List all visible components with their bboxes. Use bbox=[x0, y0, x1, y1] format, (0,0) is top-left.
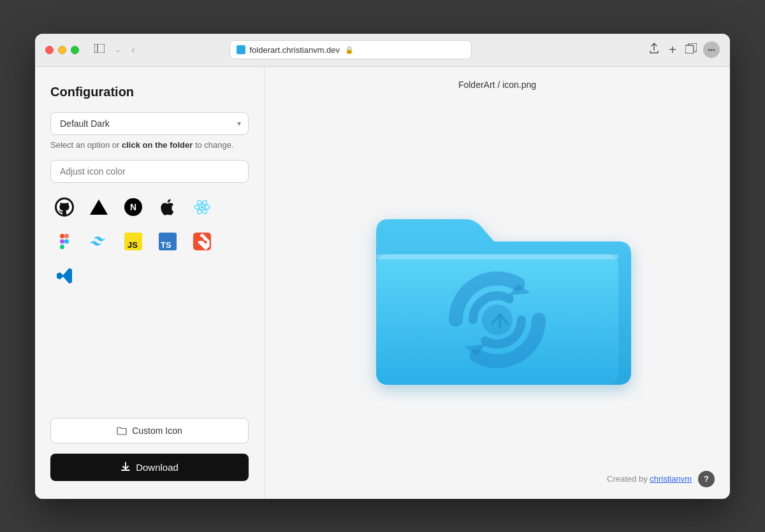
hint-text: Select an option or click on the folder … bbox=[50, 140, 249, 150]
svg-rect-13 bbox=[60, 245, 64, 249]
svg-point-15 bbox=[64, 239, 69, 243]
theme-select-wrapper: Default Dark Default Light Blue bbox=[50, 112, 249, 135]
svg-rect-2 bbox=[685, 45, 694, 54]
svg-rect-22 bbox=[376, 254, 618, 259]
react-icon-button[interactable] bbox=[188, 193, 216, 221]
folder-svg bbox=[351, 155, 644, 410]
new-tab-button[interactable]: + bbox=[669, 43, 676, 57]
git-icon-button[interactable] bbox=[188, 227, 216, 255]
lock-icon: 🔒 bbox=[345, 46, 354, 54]
main-content: Configuration Default Dark Default Light… bbox=[35, 67, 730, 499]
breadcrumb-file: icon.png bbox=[502, 80, 536, 90]
help-button[interactable]: ? bbox=[698, 471, 715, 487]
back-button[interactable]: ‹ bbox=[129, 42, 138, 58]
javascript-icon-button[interactable]: JS bbox=[119, 227, 147, 255]
svg-rect-12 bbox=[60, 239, 64, 243]
svg-marker-4 bbox=[90, 199, 108, 215]
titlebar-right-controls: + ••• bbox=[648, 41, 720, 58]
share-button[interactable] bbox=[648, 43, 660, 57]
svg-text:JS: JS bbox=[127, 240, 138, 250]
more-options-button[interactable]: ••• bbox=[703, 41, 720, 58]
svg-point-7 bbox=[201, 205, 204, 208]
folder-preview[interactable] bbox=[344, 149, 650, 417]
figma-icon-button[interactable] bbox=[50, 227, 78, 255]
color-input[interactable] bbox=[50, 160, 249, 183]
created-by-text: Created by christianvm bbox=[607, 474, 692, 484]
vercel-icon-button[interactable] bbox=[85, 193, 113, 221]
custom-icon-label: Custom Icon bbox=[132, 426, 182, 436]
theme-select[interactable]: Default Dark Default Light Blue bbox=[50, 112, 249, 135]
svg-rect-14 bbox=[64, 234, 69, 238]
left-panel: Configuration Default Dark Default Light… bbox=[35, 67, 265, 499]
config-title: Configuration bbox=[50, 85, 249, 99]
github-icon-button[interactable] bbox=[50, 193, 78, 221]
typescript-icon-button[interactable]: TS bbox=[154, 227, 182, 255]
breadcrumb: FolderArt / icon.png bbox=[458, 80, 536, 90]
nextjs-icon-button[interactable]: N bbox=[119, 193, 147, 221]
nav-controls: ⌄ ‹ bbox=[92, 42, 138, 58]
titlebar: ⌄ ‹ folderart.christianvm.dev 🔒 + ••• bbox=[35, 34, 730, 67]
svg-point-25 bbox=[482, 305, 513, 335]
address-text: folderart.christianvm.dev bbox=[249, 45, 340, 55]
svg-text:TS: TS bbox=[161, 240, 171, 250]
apple-icon-button[interactable] bbox=[154, 193, 182, 221]
tailwind-icon-button[interactable] bbox=[85, 227, 113, 255]
maximize-button[interactable] bbox=[71, 46, 79, 54]
vscode-icon-button[interactable] bbox=[50, 262, 78, 290]
download-label: Download bbox=[136, 462, 178, 473]
address-bar[interactable]: folderart.christianvm.dev 🔒 bbox=[229, 40, 472, 59]
svg-rect-0 bbox=[94, 44, 105, 53]
icon-grid: N bbox=[50, 193, 249, 290]
close-button[interactable] bbox=[45, 46, 54, 54]
browser-window: ⌄ ‹ folderart.christianvm.dev 🔒 + ••• Co… bbox=[35, 34, 730, 499]
minimize-button[interactable] bbox=[58, 46, 66, 54]
svg-rect-11 bbox=[60, 234, 64, 238]
download-icon bbox=[120, 462, 131, 472]
svg-text:N: N bbox=[130, 202, 136, 212]
folder-icon bbox=[117, 426, 127, 436]
author-link[interactable]: christianvm bbox=[650, 474, 692, 484]
sidebar-toggle-button[interactable] bbox=[92, 43, 107, 57]
download-button[interactable]: Download bbox=[50, 454, 249, 481]
footer-bar: Created by christianvm ? bbox=[607, 471, 715, 487]
traffic-lights bbox=[45, 46, 79, 54]
chevron-down-button[interactable]: ⌄ bbox=[112, 44, 124, 55]
tabs-button[interactable] bbox=[685, 43, 697, 57]
custom-icon-button[interactable]: Custom Icon bbox=[50, 418, 249, 443]
right-panel: FolderArt / icon.png bbox=[265, 67, 730, 499]
favicon bbox=[237, 45, 245, 54]
